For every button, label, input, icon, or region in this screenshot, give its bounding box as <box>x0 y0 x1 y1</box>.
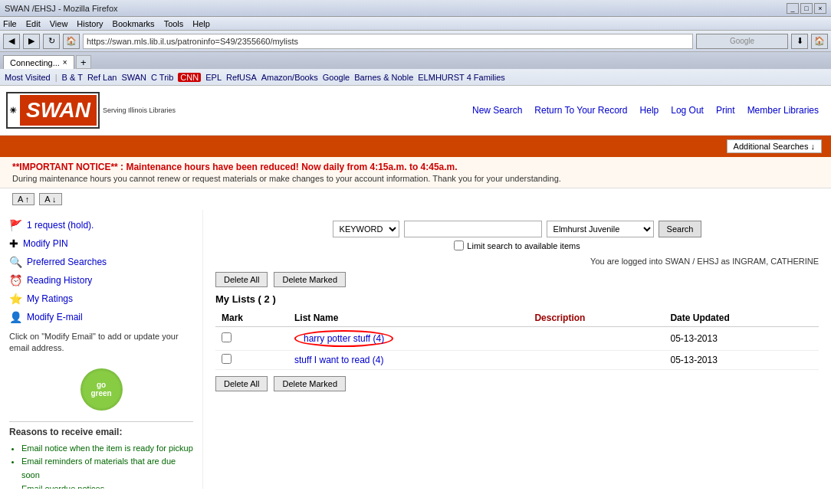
search-type-select[interactable]: KEYWORD <box>333 221 399 237</box>
sidebar-item-requests[interactable]: 🚩 1 request (hold). <box>9 216 193 234</box>
stuff-to-read-link[interactable]: stuff I want to read (4) <box>294 355 384 365</box>
alert-banner: **IMPORTANT NOTICE** : Maintenance hours… <box>0 157 831 188</box>
reason-1: Email notice when the item is ready for … <box>21 442 193 456</box>
green-text: green <box>90 389 111 398</box>
person-icon: 👤 <box>9 311 22 323</box>
tab-close-icon[interactable]: × <box>63 58 67 67</box>
table-row: stuff I want to read (4) 05-13-2013 <box>215 351 819 370</box>
sidebar-item-modify-pin[interactable]: ✚ Modify PIN <box>9 234 193 253</box>
menu-view[interactable]: View <box>50 19 68 28</box>
search-icon: 🔍 <box>9 256 22 268</box>
logout-link[interactable]: Log Out <box>671 105 704 116</box>
sidebar-item-my-ratings[interactable]: ⭐ My Ratings <box>9 290 193 308</box>
row1-desc <box>528 327 664 351</box>
requests-link[interactable]: 1 request (hold). <box>27 220 94 231</box>
new-tab-button[interactable]: + <box>76 55 91 69</box>
bm-google[interactable]: Google <box>323 73 350 82</box>
reason-2: Email reminders of materials that are du… <box>21 455 193 482</box>
bm-ctrib[interactable]: C Trib <box>151 73 173 82</box>
menu-file[interactable]: File <box>3 19 17 28</box>
font-controls: A ↑ A ↓ <box>0 188 831 210</box>
sidebar-item-reading-history[interactable]: ⏰ Reading History <box>9 271 193 290</box>
menu-history[interactable]: History <box>77 19 103 28</box>
menu-help[interactable]: Help <box>192 19 210 28</box>
flag-icon: 🚩 <box>9 219 22 231</box>
menu-bookmarks[interactable]: Bookmarks <box>113 19 155 28</box>
logo-text: SWAN <box>20 95 97 126</box>
row1-checkbox[interactable] <box>222 332 232 342</box>
maximize-button[interactable]: □ <box>800 3 813 14</box>
sidebar-item-modify-email[interactable]: 👤 Modify E-mail <box>9 308 193 326</box>
row2-date: 05-13-2013 <box>664 351 819 370</box>
delete-all-button-bottom[interactable]: Delete All <box>215 376 268 391</box>
plus-circle-icon: ✚ <box>9 237 18 250</box>
modify-pin-link[interactable]: Modify PIN <box>23 238 68 249</box>
home-button[interactable]: 🏠 <box>63 34 80 49</box>
bm-bn[interactable]: Barnes & Noble <box>354 73 413 82</box>
forward-button[interactable]: ▶ <box>23 34 40 49</box>
bm-most-visited[interactable]: Most Visited <box>5 73 51 82</box>
member-libraries-link[interactable]: Member Libraries <box>747 105 819 116</box>
modify-email-link[interactable]: Modify E-mail <box>27 312 83 322</box>
tab-label: Connecting... <box>10 58 60 67</box>
bm-refusa[interactable]: RefUSA <box>226 73 257 82</box>
login-notice: You are logged into SWAN / EHSJ as INGRA… <box>215 254 819 272</box>
address-bar[interactable]: https://swan.mls.lib.il.us/patroninfo=S4… <box>83 34 693 49</box>
active-tab[interactable]: Connecting... × <box>3 55 74 69</box>
bm-swan[interactable]: SWAN <box>121 73 146 82</box>
address-text: https://swan.mls.lib.il.us/patroninfo=S4… <box>87 37 298 46</box>
harry-potter-link[interactable]: harry potter stuff (4) <box>304 333 384 344</box>
return-record-link[interactable]: Return To Your Record <box>534 105 627 116</box>
limit-search-checkbox[interactable] <box>454 241 464 250</box>
location-select[interactable]: Elmhurst Juvenile <box>547 221 654 237</box>
page-content: ☀ SWAN Serving Illinois Libraries New Se… <box>0 86 831 489</box>
font-decrease-button[interactable]: A ↓ <box>39 193 61 205</box>
search-input[interactable] <box>404 221 542 237</box>
menu-tools[interactable]: Tools <box>164 19 184 28</box>
clock-icon: ⏰ <box>9 274 22 286</box>
additional-searches-label: Additional Searches ↓ <box>734 142 815 151</box>
reason-3: Email overdue notices <box>21 483 193 489</box>
home-icon2: 🏠 <box>811 34 828 49</box>
star-icon: ⭐ <box>9 293 22 305</box>
table-row: harry potter stuff (4) 05-13-2013 <box>215 327 819 351</box>
lists-table: Mark List Name Description Date Updated … <box>215 309 819 370</box>
my-ratings-link[interactable]: My Ratings <box>27 293 73 304</box>
reload-button[interactable]: ↻ <box>43 34 60 49</box>
delete-marked-button-top[interactable]: Delete Marked <box>274 272 346 287</box>
bm-epl[interactable]: EPL <box>205 73 222 82</box>
new-search-link[interactable]: New Search <box>472 105 522 116</box>
col-mark: Mark <box>215 309 288 327</box>
search-bar-go[interactable]: Google <box>696 34 788 49</box>
content-area: KEYWORD Elmhurst Juvenile Search Limit s… <box>203 210 831 489</box>
top-links: New Search Return To Your Record Help Lo… <box>472 105 819 116</box>
delete-all-button-top[interactable]: Delete All <box>215 272 268 287</box>
bm-elmhurst[interactable]: ELMHURST 4 Families <box>418 73 505 82</box>
additional-searches-button[interactable]: Additional Searches ↓ <box>727 139 822 153</box>
window-controls[interactable]: _ □ × <box>787 3 826 14</box>
bm-bt[interactable]: B & T <box>62 73 83 82</box>
help-link[interactable]: Help <box>640 105 659 116</box>
minimize-button[interactable]: _ <box>787 3 799 14</box>
close-button[interactable]: × <box>814 3 826 14</box>
list-name-circled: harry potter stuff (4) <box>294 330 393 347</box>
print-link[interactable]: Print <box>716 105 735 116</box>
delete-marked-button-bottom[interactable]: Delete Marked <box>274 376 346 391</box>
list-controls-bottom: Delete All Delete Marked <box>215 376 819 391</box>
bm-amazon[interactable]: Amazon/Books <box>261 73 318 82</box>
bm-ref-lan[interactable]: Ref Lan <box>87 73 117 82</box>
col-date: Date Updated <box>664 309 819 327</box>
sidebar: 🚩 1 request (hold). ✚ Modify PIN 🔍 Prefe… <box>0 210 203 489</box>
sidebar-item-preferred-searches[interactable]: 🔍 Preferred Searches <box>9 253 193 271</box>
reading-history-link[interactable]: Reading History <box>27 275 92 286</box>
font-increase-button[interactable]: A ↑ <box>12 193 34 205</box>
search-button[interactable]: Search <box>659 221 702 237</box>
go-green-logo: go green <box>80 368 123 411</box>
preferred-searches-link[interactable]: Preferred Searches <box>27 257 107 267</box>
download-icon: ⬇ <box>791 34 808 49</box>
row2-checkbox[interactable] <box>222 354 232 364</box>
menu-edit[interactable]: Edit <box>26 19 41 28</box>
bm-cnn[interactable]: CNN <box>178 73 201 82</box>
menu-bar: File Edit View History Bookmarks Tools H… <box>0 17 831 31</box>
back-button[interactable]: ◀ <box>3 34 20 49</box>
